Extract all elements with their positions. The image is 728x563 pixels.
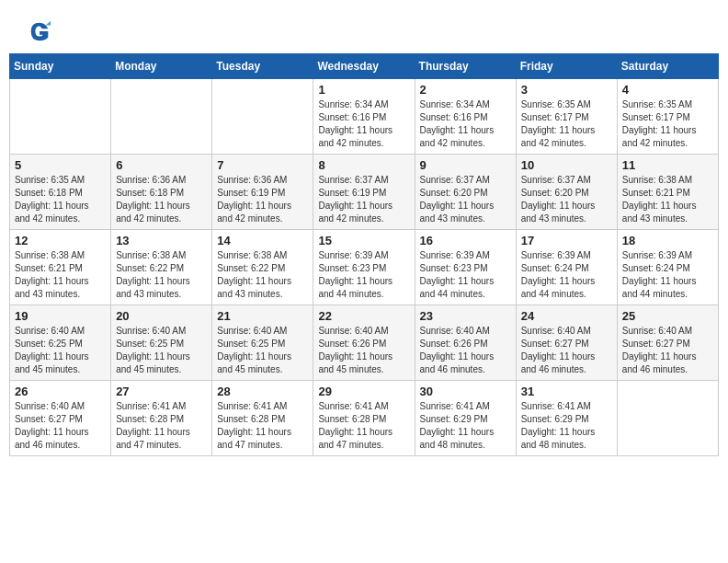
day-info: Sunrise: 6:37 AM Sunset: 6:20 PM Dayligh… <box>420 174 511 225</box>
header-tuesday: Tuesday <box>212 54 313 79</box>
calendar-cell: 31Sunrise: 6:41 AM Sunset: 6:29 PM Dayli… <box>516 381 617 456</box>
day-number: 19 <box>15 309 106 323</box>
calendar-cell: 18Sunrise: 6:39 AM Sunset: 6:24 PM Dayli… <box>617 230 718 305</box>
day-info: Sunrise: 6:38 AM Sunset: 6:22 PM Dayligh… <box>116 249 207 301</box>
calendar-header: SundayMondayTuesdayWednesdayThursdayFrid… <box>10 54 719 79</box>
day-info: Sunrise: 6:37 AM Sunset: 6:19 PM Dayligh… <box>318 174 409 225</box>
day-info: Sunrise: 6:39 AM Sunset: 6:24 PM Dayligh… <box>622 249 713 301</box>
day-info: Sunrise: 6:40 AM Sunset: 6:25 PM Dayligh… <box>217 325 308 376</box>
day-number: 27 <box>116 385 207 398</box>
day-info: Sunrise: 6:40 AM Sunset: 6:27 PM Dayligh… <box>622 325 713 376</box>
day-info: Sunrise: 6:41 AM Sunset: 6:29 PM Dayligh… <box>521 400 612 452</box>
day-number: 5 <box>15 158 106 172</box>
calendar-cell: 11Sunrise: 6:38 AM Sunset: 6:21 PM Dayli… <box>617 155 718 230</box>
day-number: 12 <box>15 234 106 247</box>
day-number: 8 <box>318 158 409 172</box>
calendar-cell <box>617 381 718 456</box>
calendar-cell: 9Sunrise: 6:37 AM Sunset: 6:20 PM Daylig… <box>415 155 516 230</box>
day-number: 31 <box>521 385 612 398</box>
day-info: Sunrise: 6:41 AM Sunset: 6:28 PM Dayligh… <box>318 400 409 452</box>
day-info: Sunrise: 6:37 AM Sunset: 6:20 PM Dayligh… <box>521 174 612 225</box>
day-info: Sunrise: 6:40 AM Sunset: 6:25 PM Dayligh… <box>116 325 207 376</box>
day-info: Sunrise: 6:39 AM Sunset: 6:23 PM Dayligh… <box>318 249 409 301</box>
calendar-cell: 25Sunrise: 6:40 AM Sunset: 6:27 PM Dayli… <box>617 305 718 381</box>
day-number: 14 <box>217 234 308 247</box>
calendar-cell: 15Sunrise: 6:39 AM Sunset: 6:23 PM Dayli… <box>313 230 415 305</box>
day-info: Sunrise: 6:34 AM Sunset: 6:16 PM Dayligh… <box>420 98 511 150</box>
day-info: Sunrise: 6:40 AM Sunset: 6:27 PM Dayligh… <box>15 400 106 452</box>
day-info: Sunrise: 6:39 AM Sunset: 6:24 PM Dayligh… <box>521 249 612 301</box>
calendar-cell: 30Sunrise: 6:41 AM Sunset: 6:29 PM Dayli… <box>415 381 516 456</box>
day-number: 9 <box>420 158 511 172</box>
calendar-cell <box>10 79 111 155</box>
page-header <box>9 9 719 49</box>
day-number: 23 <box>420 309 511 323</box>
calendar-cell: 14Sunrise: 6:38 AM Sunset: 6:22 PM Dayli… <box>212 230 313 305</box>
day-info: Sunrise: 6:41 AM Sunset: 6:28 PM Dayligh… <box>217 400 308 452</box>
header-thursday: Thursday <box>415 54 516 79</box>
calendar-cell: 8Sunrise: 6:37 AM Sunset: 6:19 PM Daylig… <box>313 155 415 230</box>
day-info: Sunrise: 6:38 AM Sunset: 6:21 PM Dayligh… <box>622 174 713 225</box>
calendar-cell: 6Sunrise: 6:36 AM Sunset: 6:18 PM Daylig… <box>111 155 212 230</box>
day-info: Sunrise: 6:35 AM Sunset: 6:17 PM Dayligh… <box>521 98 612 150</box>
day-info: Sunrise: 6:41 AM Sunset: 6:28 PM Dayligh… <box>116 400 207 452</box>
day-number: 25 <box>622 309 713 323</box>
calendar-cell: 3Sunrise: 6:35 AM Sunset: 6:17 PM Daylig… <box>516 79 617 155</box>
day-info: Sunrise: 6:40 AM Sunset: 6:25 PM Dayligh… <box>15 325 106 376</box>
week-row-4: 19Sunrise: 6:40 AM Sunset: 6:25 PM Dayli… <box>10 305 719 381</box>
header-row: SundayMondayTuesdayWednesdayThursdayFrid… <box>10 54 719 79</box>
calendar-cell: 12Sunrise: 6:38 AM Sunset: 6:21 PM Dayli… <box>10 230 111 305</box>
header-monday: Monday <box>111 54 212 79</box>
day-number: 1 <box>318 83 409 97</box>
calendar-cell: 16Sunrise: 6:39 AM Sunset: 6:23 PM Dayli… <box>415 230 516 305</box>
day-number: 24 <box>521 309 612 323</box>
day-number: 15 <box>318 234 409 247</box>
day-number: 30 <box>420 385 511 398</box>
calendar-cell <box>212 79 313 155</box>
day-number: 4 <box>622 83 713 97</box>
week-row-5: 26Sunrise: 6:40 AM Sunset: 6:27 PM Dayli… <box>10 381 719 456</box>
day-info: Sunrise: 6:36 AM Sunset: 6:19 PM Dayligh… <box>217 174 308 225</box>
day-number: 3 <box>521 83 612 97</box>
calendar-cell: 10Sunrise: 6:37 AM Sunset: 6:20 PM Dayli… <box>516 155 617 230</box>
day-number: 20 <box>116 309 207 323</box>
day-info: Sunrise: 6:39 AM Sunset: 6:23 PM Dayligh… <box>420 249 511 301</box>
day-number: 18 <box>622 234 713 247</box>
calendar-table: SundayMondayTuesdayWednesdayThursdayFrid… <box>9 53 719 456</box>
calendar-cell: 21Sunrise: 6:40 AM Sunset: 6:25 PM Dayli… <box>212 305 313 381</box>
day-number: 17 <box>521 234 612 247</box>
day-info: Sunrise: 6:40 AM Sunset: 6:26 PM Dayligh… <box>420 325 511 376</box>
calendar-cell: 28Sunrise: 6:41 AM Sunset: 6:28 PM Dayli… <box>212 381 313 456</box>
calendar-body: 1Sunrise: 6:34 AM Sunset: 6:16 PM Daylig… <box>10 79 719 456</box>
day-number: 13 <box>116 234 207 247</box>
day-number: 2 <box>420 83 511 97</box>
calendar-cell: 7Sunrise: 6:36 AM Sunset: 6:19 PM Daylig… <box>212 155 313 230</box>
calendar-cell: 26Sunrise: 6:40 AM Sunset: 6:27 PM Dayli… <box>10 381 111 456</box>
day-info: Sunrise: 6:38 AM Sunset: 6:21 PM Dayligh… <box>15 249 106 301</box>
day-info: Sunrise: 6:34 AM Sunset: 6:16 PM Dayligh… <box>318 98 409 150</box>
calendar-cell: 22Sunrise: 6:40 AM Sunset: 6:26 PM Dayli… <box>313 305 415 381</box>
day-number: 28 <box>217 385 308 398</box>
day-number: 22 <box>318 309 409 323</box>
header-sunday: Sunday <box>10 54 111 79</box>
calendar-cell: 20Sunrise: 6:40 AM Sunset: 6:25 PM Dayli… <box>111 305 212 381</box>
day-number: 11 <box>622 158 713 172</box>
calendar-cell: 2Sunrise: 6:34 AM Sunset: 6:16 PM Daylig… <box>415 79 516 155</box>
day-number: 29 <box>318 385 409 398</box>
day-number: 7 <box>217 158 308 172</box>
day-number: 6 <box>116 158 207 172</box>
header-saturday: Saturday <box>617 54 718 79</box>
day-info: Sunrise: 6:40 AM Sunset: 6:27 PM Dayligh… <box>521 325 612 376</box>
calendar-cell: 19Sunrise: 6:40 AM Sunset: 6:25 PM Dayli… <box>10 305 111 381</box>
logo <box>23 18 52 44</box>
logo-icon <box>27 18 52 44</box>
week-row-1: 1Sunrise: 6:34 AM Sunset: 6:16 PM Daylig… <box>10 79 719 155</box>
calendar-cell: 29Sunrise: 6:41 AM Sunset: 6:28 PM Dayli… <box>313 381 415 456</box>
calendar-cell: 23Sunrise: 6:40 AM Sunset: 6:26 PM Dayli… <box>415 305 516 381</box>
day-number: 26 <box>15 385 106 398</box>
header-friday: Friday <box>516 54 617 79</box>
day-number: 16 <box>420 234 511 247</box>
day-info: Sunrise: 6:41 AM Sunset: 6:29 PM Dayligh… <box>420 400 511 452</box>
header-wednesday: Wednesday <box>313 54 415 79</box>
day-number: 21 <box>217 309 308 323</box>
